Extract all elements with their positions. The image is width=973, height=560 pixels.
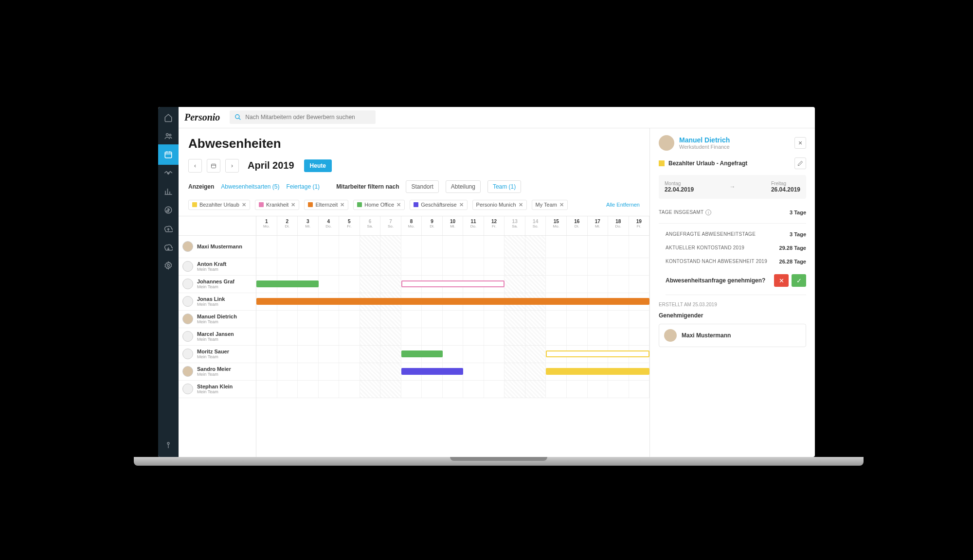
nav-handshake-icon[interactable] [163,168,173,178]
employee-avatar [182,279,193,289]
day-header-cell: 5Fr. [339,216,360,235]
nav-calendar-icon[interactable] [158,144,179,165]
topbar: Personio [179,107,815,128]
approver-name: Maxi Mustermann [682,332,731,339]
employee-row[interactable]: Moritz SauerMein Team [179,346,256,363]
absence-bar[interactable] [256,280,319,287]
main-sidebar [158,107,179,457]
balance-value: 29.28 Tage [779,245,806,251]
filter-chip[interactable]: Geschäftsreise✕ [410,200,467,210]
absence-bar[interactable] [401,350,443,357]
nav-upload-icon[interactable] [163,224,173,233]
absence-bar[interactable] [401,280,505,287]
reject-button[interactable]: ✕ [774,274,789,287]
employee-row[interactable]: Maxi Mustermann [179,236,256,258]
next-month-button[interactable]: › [225,159,239,173]
day-header-cell: 7So. [380,216,401,235]
nav-download-icon[interactable] [163,242,173,252]
day-header-cell: 15Mo. [546,216,567,235]
show-label: Anzeigen [188,183,214,190]
filter-chip[interactable]: Home Office✕ [353,200,405,210]
chip-remove-icon[interactable]: ✕ [291,202,295,208]
svg-point-0 [166,133,169,136]
day-header-cell: 6Sa. [360,216,381,235]
approve-button[interactable]: ✓ [792,274,806,287]
to-day-label: Freitag [771,181,800,186]
svg-point-4 [167,264,170,266]
calendar-row [256,236,649,258]
filter-chip[interactable]: Bezahlter Urlaub✕ [188,200,250,210]
department-filter[interactable]: Abteilung [446,180,481,193]
month-label: April 2019 [248,160,294,171]
chip-remove-icon[interactable]: ✕ [340,202,344,208]
prev-month-button[interactable]: ‹ [188,159,202,173]
brand-logo: Personio [184,112,220,123]
filter-chip[interactable]: My Team✕ [532,200,568,210]
today-button[interactable]: Heute [304,159,332,172]
calendar-row [256,311,649,328]
nav-reports-icon[interactable] [163,187,173,196]
day-header-cell: 19Fr. [629,216,649,235]
svg-point-5 [167,442,169,444]
panel-user-role: Werkstudent Finance [679,144,730,150]
page-title: Abwesenheiten [179,128,649,156]
requested-value: 3 Tage [790,231,806,237]
global-search[interactable] [230,110,376,124]
approver-avatar [664,329,677,342]
chip-remove-icon[interactable]: ✕ [519,202,523,208]
filter-chip[interactable]: Krankheit✕ [255,200,299,210]
filter-chip[interactable]: Elternzeit✕ [304,200,348,210]
employee-row[interactable]: Jonas LinkMein Team [179,293,256,311]
panel-avatar [659,135,674,151]
calendar-row [256,346,649,363]
day-header-cell: 13Sa. [505,216,525,235]
employee-avatar [182,366,193,377]
calendar-row [256,363,649,381]
day-header-cell: 16Di. [567,216,588,235]
location-filter[interactable]: Standort [406,180,438,193]
day-header-cell: 18Do. [608,216,629,235]
employee-row[interactable]: Manuel DietrichMein Team [179,311,256,328]
nav-people-icon[interactable] [163,131,173,141]
filter-chip[interactable]: Personio Munich✕ [472,200,527,210]
chip-remove-icon[interactable]: ✕ [559,202,564,208]
employee-avatar [182,331,193,342]
close-panel-button[interactable]: × [794,137,806,149]
calendar-picker-button[interactable] [207,159,220,173]
absence-bar[interactable] [256,298,649,305]
edit-button[interactable] [794,158,806,169]
nav-home-icon[interactable] [163,113,173,122]
employee-row[interactable]: Marcel JansenMein Team [179,328,256,346]
info-icon[interactable]: i [705,210,711,215]
after-label: KONTOSTAND NACH ABWESENHEIT 2019 [666,259,767,264]
arrow-icon: → [730,183,736,190]
chip-remove-icon[interactable]: ✕ [242,202,246,208]
panel-user-name[interactable]: Manuel Dietrich [679,136,730,144]
absence-bar[interactable] [546,368,649,375]
approve-question: Abwesenheitsanfrage genehmigen? [666,277,765,284]
day-header-cell: 3Mi. [298,216,319,235]
remove-all-filters[interactable]: Alle Entfernen [606,202,640,208]
chip-remove-icon[interactable]: ✕ [459,202,464,208]
employee-row[interactable]: Sandro MeierMein Team [179,363,256,381]
employee-row[interactable]: Johannes GrafMein Team [179,276,256,293]
absence-bar[interactable] [401,368,464,375]
calendar-row [256,328,649,346]
absence-bar[interactable] [546,350,649,357]
holidays-filter[interactable]: Feiertage (1) [286,183,320,190]
from-date: 22.04.2019 [665,186,694,193]
absence-types-filter[interactable]: Abwesenheitsarten (5) [221,183,279,190]
day-header-cell: 17Mi. [588,216,609,235]
employee-avatar [182,296,193,307]
absence-status: Bezahlter Urlaub - Angefragt [668,160,791,167]
team-filter[interactable]: Team (1) [487,180,521,193]
nav-settings-icon[interactable] [163,261,173,270]
chip-remove-icon[interactable]: ✕ [396,202,401,208]
employee-row[interactable]: Anton KraftMein Team [179,258,256,276]
nav-help-icon[interactable] [163,440,173,450]
calendar-row [256,276,649,293]
search-input[interactable] [245,114,371,121]
employee-row[interactable]: Stephan KleinMein Team [179,381,256,398]
nav-payroll-icon[interactable] [163,205,173,215]
from-day-label: Montag [665,181,694,186]
